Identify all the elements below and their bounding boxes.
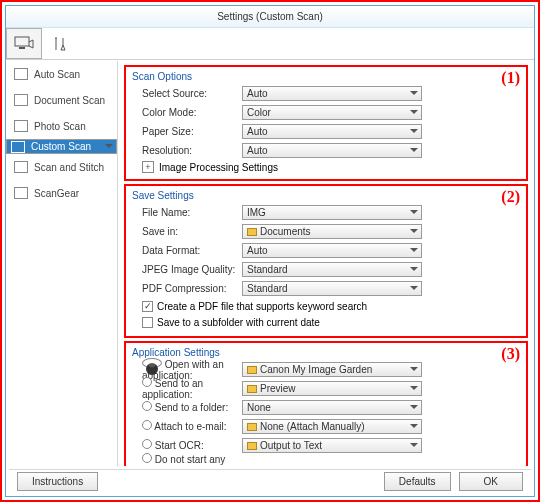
sidebar-item-document-scan[interactable]: Document Scan <box>6 87 117 113</box>
file-name-combo[interactable]: IMG <box>242 205 422 220</box>
tools-tab[interactable] <box>42 28 78 59</box>
svg-rect-0 <box>15 37 29 46</box>
color-mode-label: Color Mode: <box>132 107 242 118</box>
paper-size-label: Paper Size: <box>132 126 242 137</box>
app-icon <box>247 442 257 450</box>
ok-button[interactable]: OK <box>459 472 523 491</box>
do-not-start-radio[interactable] <box>142 453 152 463</box>
app-icon <box>247 366 257 374</box>
main-panel: (1) Scan Options Select Source:Auto Colo… <box>118 61 534 466</box>
section-title: Application Settings <box>132 347 520 358</box>
application-settings-section: (3) Application Settings Open with an ap… <box>124 341 528 466</box>
doc-icon <box>11 141 25 153</box>
attach-email-label: Attach to e-mail: <box>154 421 226 432</box>
sidebar-item-label: Auto Scan <box>34 69 80 80</box>
doc-icon <box>14 94 28 106</box>
sidebar: Auto Scan Document Scan Photo Scan Custo… <box>6 61 118 466</box>
do-not-start-label: Do not start any application <box>142 454 225 467</box>
save-in-dropdown[interactable]: Documents <box>242 224 422 239</box>
send-folder-dropdown[interactable]: None <box>242 400 422 415</box>
sidebar-item-label: Document Scan <box>34 95 105 106</box>
send-folder-label: Send to a folder: <box>155 402 228 413</box>
save-settings-section: (2) Save Settings File Name:IMG Save in:… <box>124 184 528 338</box>
color-mode-dropdown[interactable]: Color <box>242 105 422 120</box>
instructions-button[interactable]: Instructions <box>17 472 98 491</box>
settings-window: Settings (Custom Scan) Auto Scan Documen… <box>5 5 535 497</box>
sidebar-item-label: Custom Scan <box>31 140 91 153</box>
open-with-radio[interactable] <box>142 358 162 368</box>
start-ocr-label: Start OCR: <box>155 440 204 451</box>
select-source-label: Select Source: <box>132 88 242 99</box>
callout-1: (1) <box>501 69 520 87</box>
footer: Instructions Defaults OK <box>9 469 531 493</box>
folder-icon <box>247 228 257 236</box>
attach-email-dropdown[interactable]: None (Attach Manually) <box>242 419 422 434</box>
sidebar-item-scangear[interactable]: ScanGear <box>6 180 117 206</box>
annotated-frame: Settings (Custom Scan) Auto Scan Documen… <box>0 0 540 502</box>
data-format-dropdown[interactable]: Auto <box>242 243 422 258</box>
scan-options-section: (1) Scan Options Select Source:Auto Colo… <box>124 65 528 181</box>
send-app-label: Send to an application: <box>142 378 203 400</box>
section-title: Scan Options <box>132 71 520 82</box>
app-icon <box>247 423 257 431</box>
jpeg-quality-dropdown[interactable]: Standard <box>242 262 422 277</box>
file-name-label: File Name: <box>132 207 242 218</box>
sidebar-item-scan-and-stitch[interactable]: Scan and Stitch <box>6 154 117 180</box>
doc-icon <box>14 161 28 173</box>
send-app-radio[interactable] <box>142 377 152 387</box>
sidebar-item-label: ScanGear <box>34 188 79 199</box>
start-ocr-radio[interactable] <box>142 439 152 449</box>
app-icon <box>247 385 257 393</box>
tools-icon <box>52 36 68 52</box>
subfolder-checkbox[interactable] <box>142 317 153 328</box>
scan-from-computer-tab[interactable] <box>6 28 42 59</box>
doc-icon <box>14 120 28 132</box>
window-title: Settings (Custom Scan) <box>6 6 534 28</box>
section-title: Save Settings <box>132 190 520 201</box>
resolution-label: Resolution: <box>132 145 242 156</box>
attach-email-radio[interactable] <box>142 420 152 430</box>
data-format-label: Data Format: <box>132 245 242 256</box>
save-in-label: Save in: <box>132 226 242 237</box>
plus-icon: + <box>142 161 154 173</box>
toolbar <box>6 28 534 60</box>
send-folder-radio[interactable] <box>142 401 152 411</box>
callout-3: (3) <box>501 345 520 363</box>
pdf-compression-label: PDF Compression: <box>132 283 242 294</box>
send-app-dropdown[interactable]: Preview <box>242 381 422 396</box>
start-ocr-dropdown[interactable]: Output to Text <box>242 438 422 453</box>
svg-rect-1 <box>19 47 25 49</box>
callout-2: (2) <box>501 188 520 206</box>
sidebar-item-photo-scan[interactable]: Photo Scan <box>6 113 117 139</box>
jpeg-quality-label: JPEG Image Quality: <box>132 264 242 275</box>
select-source-dropdown[interactable]: Auto <box>242 86 422 101</box>
pdf-keyword-label: Create a PDF file that supports keyword … <box>157 301 367 312</box>
image-processing-expander[interactable]: +Image Processing Settings <box>132 161 520 173</box>
open-with-dropdown[interactable]: Canon My Image Garden <box>242 362 422 377</box>
sidebar-item-custom-scan[interactable]: Custom Scan <box>6 139 117 154</box>
resolution-dropdown[interactable]: Auto <box>242 143 422 158</box>
pdf-keyword-checkbox[interactable]: ✓ <box>142 301 153 312</box>
pdf-compression-dropdown[interactable]: Standard <box>242 281 422 296</box>
doc-icon <box>14 187 28 199</box>
sidebar-item-auto-scan[interactable]: Auto Scan <box>6 61 117 87</box>
paper-size-dropdown[interactable]: Auto <box>242 124 422 139</box>
defaults-button[interactable]: Defaults <box>384 472 451 491</box>
monitor-icon <box>14 36 34 52</box>
sidebar-item-label: Photo Scan <box>34 121 86 132</box>
sidebar-item-label: Scan and Stitch <box>34 162 104 173</box>
doc-icon <box>14 68 28 80</box>
subfolder-label: Save to a subfolder with current date <box>157 317 320 328</box>
image-processing-label: Image Processing Settings <box>159 162 278 173</box>
